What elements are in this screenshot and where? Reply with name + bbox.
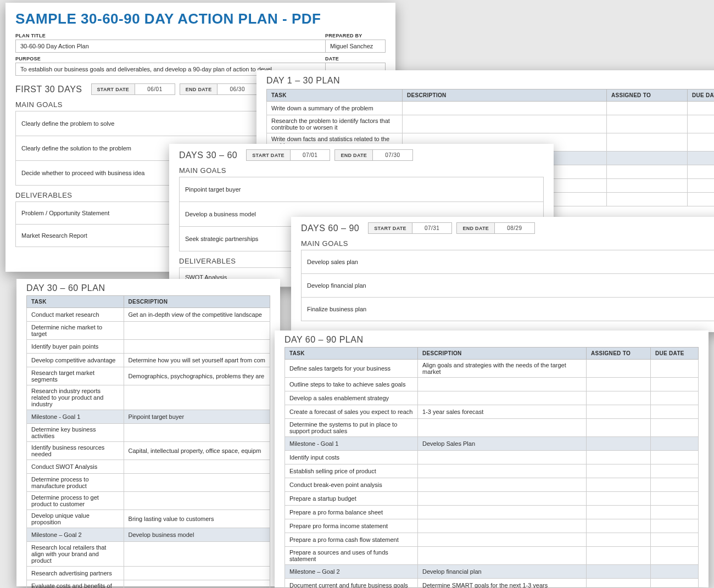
desc-cell: [403, 102, 607, 115]
assigned-cell: [587, 533, 651, 547]
task-cell: Research the problem to identify factors…: [267, 115, 403, 133]
due-cell: [688, 102, 715, 115]
due-cell: [688, 133, 715, 152]
assigned-cell: [587, 478, 651, 492]
desc-cell: Determine SMART goals for the next 1-3 y…: [418, 579, 587, 589]
task-cell: Determine niche market to target: [27, 322, 124, 340]
due-cell: [651, 478, 699, 492]
due-cell: [688, 115, 715, 133]
assigned-cell: [587, 437, 651, 451]
assigned-cell: [587, 419, 651, 437]
desc-cell: [418, 547, 587, 565]
task-cell: Prepare a pro forma cash flow statement: [285, 533, 418, 547]
end-date-value: 06/30: [217, 83, 258, 95]
task-cell: Milestone – Goal 2: [285, 565, 418, 579]
due-cell: [651, 519, 699, 533]
desc-cell: [124, 424, 270, 442]
start-date-label: START DATE: [368, 222, 412, 234]
days30-60-heading: DAYS 30 – 60: [179, 150, 237, 160]
due-cell: [651, 533, 699, 547]
desc-cell: [418, 419, 587, 437]
day60-90-plan-table: TASK DESCRIPTION ASSIGNED TO DUE DATE De…: [285, 347, 699, 588]
assigned-cell: [587, 579, 651, 589]
desc-cell: [124, 580, 270, 589]
desc-cell: [124, 492, 270, 510]
task-cell: Milestone - Goal 1: [285, 437, 418, 451]
desc-cell: [124, 460, 270, 474]
task-cell: Research target market segments: [27, 367, 124, 385]
due-cell: [651, 492, 699, 506]
page-days60-90: DAYS 60 – 90 START DATE 07/31 END DATE 0…: [291, 217, 714, 332]
task-cell: Milestone - Goal 1: [27, 410, 124, 424]
day60-90-plan-heading: DAY 60 – 90 PLAN: [285, 335, 364, 345]
days60-90-goals-table: Develop sales plan Develop financial pla…: [301, 250, 714, 321]
desc-cell: [124, 567, 270, 580]
due-cell: [651, 378, 699, 391]
desc-cell: Capital, intellectual property, office s…: [124, 442, 270, 460]
assigned-cell: [587, 492, 651, 506]
desc-cell: Develop financial plan: [418, 565, 587, 579]
due-cell: [651, 506, 699, 519]
assigned-cell: [587, 547, 651, 565]
desc-cell: [418, 533, 587, 547]
col-description: DESCRIPTION: [124, 296, 270, 308]
desc-cell: [418, 464, 587, 478]
task-cell: Write down a summary of the problem: [267, 102, 403, 115]
due-cell: [651, 419, 699, 437]
task-cell: Identify business resources needed: [27, 442, 124, 460]
start-date-value: 07/31: [412, 222, 453, 234]
due-cell: [651, 565, 699, 579]
col-assigned-to: ASSIGNED TO: [607, 89, 688, 102]
due-cell: [651, 391, 699, 405]
due-cell: [688, 193, 715, 206]
days60-90-heading-row: DAYS 60 – 90 START DATE 07/31 END DATE 0…: [301, 222, 714, 234]
task-cell: Develop unique value proposition: [27, 510, 124, 528]
first-30-dates: START DATE 06/01 END DATE 06/30: [91, 83, 262, 95]
task-cell: Identify input costs: [285, 451, 418, 464]
purpose-label: PURPOSE: [15, 56, 325, 61]
day1-30-plan-heading: DAY 1 – 30 PLAN: [266, 76, 340, 86]
desc-cell: 1-3 year sales forecast: [418, 405, 587, 419]
end-date-label: END DATE: [180, 83, 218, 95]
end-date-label: END DATE: [456, 222, 495, 234]
due-cell: [651, 437, 699, 451]
goal-item: Develop financial plan: [302, 274, 715, 298]
desc-cell: [418, 506, 587, 519]
col-description: DESCRIPTION: [418, 348, 587, 360]
start-date-value: 06/01: [135, 83, 175, 95]
task-cell: Establish selling price of product: [285, 464, 418, 478]
task-cell: Identify buyer pain points: [27, 340, 124, 354]
due-cell: [651, 451, 699, 464]
desc-cell: Get an in-depth view of the competitive …: [124, 308, 270, 322]
desc-cell: [124, 385, 270, 410]
end-date-label: END DATE: [334, 149, 373, 161]
task-cell: Conduct market research: [27, 308, 124, 322]
desc-cell: [124, 474, 270, 492]
task-cell: Prepare pro forma income statement: [285, 519, 418, 533]
task-cell: Develop competitive advantage: [27, 354, 124, 367]
task-cell: Develop a sales enablement strategy: [285, 391, 418, 405]
task-cell: Prepare a sources and uses of funds stat…: [285, 547, 418, 565]
desc-cell: [418, 451, 587, 464]
goal-item: Finalize business plan: [302, 298, 715, 321]
task-cell: Determine the systems to put in place to…: [285, 419, 418, 437]
assigned-cell: [587, 506, 651, 519]
due-cell: [651, 405, 699, 419]
col-due-date: DUE DATE: [651, 348, 699, 360]
goal-item: Develop sales plan: [302, 250, 715, 274]
desc-cell: [418, 492, 587, 506]
due-cell: [688, 152, 715, 165]
start-date-value: 07/01: [291, 149, 331, 161]
desc-cell: Develop business model: [124, 528, 270, 542]
col-task: TASK: [267, 89, 403, 102]
assigned-cell: [607, 102, 688, 115]
end-date-value: 07/30: [373, 149, 413, 161]
task-cell: Research advertising partners: [27, 567, 124, 580]
task-cell: Conduct SWOT Analysis: [27, 460, 124, 474]
assigned-cell: [607, 193, 688, 206]
desc-cell: [124, 542, 270, 567]
assigned-cell: [587, 464, 651, 478]
task-cell: Determine process to get product to cust…: [27, 492, 124, 510]
desc-cell: [124, 322, 270, 340]
assigned-cell: [587, 405, 651, 419]
